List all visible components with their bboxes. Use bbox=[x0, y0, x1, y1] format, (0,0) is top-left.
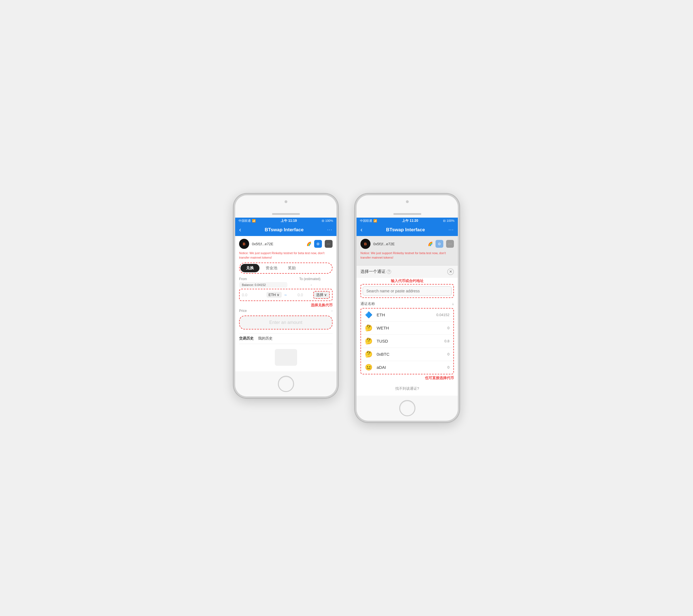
battery-left: 100% bbox=[325, 219, 333, 222]
modal-title: 选择一个通证 bbox=[360, 269, 385, 274]
time-right: 上午 11:20 bbox=[402, 218, 418, 223]
btswap-logo-left: B bbox=[239, 239, 249, 249]
notice-right: Notice: We just support Rinkeby testnet … bbox=[360, 251, 454, 260]
token-item-0xbtc[interactable]: 🤔 0xBTC 0 bbox=[361, 348, 453, 361]
btswap-logo-right: B bbox=[360, 239, 371, 249]
tab-row-left: 兑换 资金池 奖励 bbox=[239, 262, 333, 274]
balance-display: Balance: 0.04152 bbox=[239, 282, 288, 287]
annotation-search-label: 输入代币或合约地址 bbox=[357, 278, 458, 284]
token-search-input[interactable] bbox=[363, 286, 452, 296]
weth-name: WETH bbox=[377, 325, 448, 330]
gear-button-right: ⚙ bbox=[435, 240, 443, 248]
from-amount[interactable]: 0.0 bbox=[242, 293, 265, 297]
swap-input-row: 0.0 ETH ∨ → 0.0 选择 ∨ bbox=[239, 289, 333, 301]
adai-balance: 0 bbox=[448, 365, 450, 370]
speaker-bar bbox=[272, 213, 300, 215]
battery-icon-right: ⊟ bbox=[443, 219, 446, 223]
search-box-wrapper bbox=[360, 284, 454, 298]
carrier-right: 中国联通 bbox=[360, 219, 372, 223]
sort-icon[interactable]: ↓ bbox=[452, 302, 454, 306]
from-label: From bbox=[239, 277, 284, 281]
wifi-icon-left: 📶 bbox=[252, 219, 256, 223]
0xbtc-icon: 🤔 bbox=[365, 351, 374, 358]
history-tabs: 交易历史 我的历史 bbox=[239, 336, 333, 341]
price-row: Price - bbox=[239, 309, 333, 313]
home-button-left[interactable] bbox=[278, 376, 294, 392]
price-value: - bbox=[332, 309, 333, 313]
nav-title-left: BTswap Interface bbox=[265, 227, 304, 233]
balance-row: Balance: 0.04152 - bbox=[239, 282, 333, 287]
speaker-bar-right bbox=[393, 213, 421, 215]
0xbtc-balance: 0 bbox=[448, 352, 450, 356]
phone-bottom-right bbox=[357, 396, 458, 421]
chevron-down-icon-to: ∨ bbox=[324, 293, 327, 297]
token-item-weth[interactable]: 🤔 WETH 0 bbox=[361, 322, 453, 335]
tusd-icon: 🤔 bbox=[365, 338, 374, 345]
right-screen: 中国联通 📶 上午 11:20 ⊟ 100% ‹ BTswap Interfac… bbox=[357, 218, 458, 396]
history-tab-my[interactable]: 我的历史 bbox=[258, 336, 273, 341]
gear-button-left[interactable]: ⚙ bbox=[314, 240, 322, 248]
history-placeholder bbox=[239, 346, 333, 369]
eth-icon: 🔷 bbox=[365, 311, 374, 319]
status-bar-left: 中国联通 📶 上午 11:19 ⊟ 100% bbox=[235, 218, 336, 224]
tusd-balance: 0.8 bbox=[444, 339, 450, 343]
home-button-right[interactable] bbox=[399, 400, 415, 416]
weth-icon: 🤔 bbox=[365, 324, 374, 332]
wallet-address-left: 0x5f1f...e72E bbox=[252, 242, 304, 246]
more-button-right[interactable]: ··· bbox=[449, 227, 454, 232]
not-found-label: 找不到该通证? bbox=[357, 382, 458, 396]
tab-exchange[interactable]: 兑换 bbox=[240, 264, 259, 272]
time-left: 上午 11:19 bbox=[281, 218, 297, 223]
select-token-button[interactable]: 选择 ∨ bbox=[313, 291, 330, 299]
screen-content-left: B 0x5f1f...e72E 🌈 ⚙ ··· Notice: We just … bbox=[235, 236, 336, 371]
tab-pool[interactable]: 资金池 bbox=[261, 264, 282, 272]
tusd-name: TUSD bbox=[377, 339, 444, 343]
adai-name: aDAI bbox=[377, 365, 448, 370]
left-phone: 中国联通 📶 上午 11:19 ⊟ 100% ‹ BTswap Interfac… bbox=[234, 194, 338, 398]
to-amount-input[interactable]: 0.0 bbox=[289, 293, 312, 297]
0xbtc-name: 0xBTC bbox=[377, 352, 448, 357]
to-dash: - bbox=[290, 283, 333, 287]
token-item-adai[interactable]: 😐 aDAI 0 bbox=[361, 361, 453, 374]
arrow-right: → bbox=[283, 293, 288, 297]
token-select-modal: 选择一个通证 ? ✕ 输入代币或合约地址 通证名称 ↓ bbox=[357, 265, 458, 396]
help-icon[interactable]: ? bbox=[387, 270, 391, 274]
tab-reward[interactable]: 奖励 bbox=[283, 264, 300, 272]
history-tab-tx[interactable]: 交易历史 bbox=[239, 336, 254, 341]
annotation-select-label: 也可直接选择代币 bbox=[360, 376, 454, 380]
enter-amount-button[interactable]: Enter an amount bbox=[239, 316, 333, 330]
weth-balance: 0 bbox=[448, 326, 450, 330]
right-phone: 中国联通 📶 上午 11:20 ⊟ 100% ‹ BTswap Interfac… bbox=[355, 194, 459, 422]
from-to-labels: From To (estimated) bbox=[239, 277, 333, 281]
token-list-header: 通证名称 ↓ bbox=[357, 300, 458, 308]
back-button-left[interactable]: ‹ bbox=[239, 226, 241, 234]
chevron-down-icon-from: ∨ bbox=[277, 293, 280, 297]
carrier-left: 中国联通 bbox=[239, 219, 251, 223]
divider-left bbox=[239, 333, 333, 334]
menu-button-right: ··· bbox=[446, 240, 454, 248]
phone-top-left bbox=[235, 195, 336, 218]
battery-icon-left: ⊟ bbox=[322, 219, 324, 223]
modal-close-button[interactable]: ✕ bbox=[447, 269, 454, 275]
wallet-address-right: 0x5f1f...e72E bbox=[373, 242, 425, 246]
eth-token-select[interactable]: ETH ∨ bbox=[266, 292, 282, 298]
notice-left: Notice: We just support Rinkeby testnet … bbox=[239, 251, 333, 260]
scene: 中国联通 📶 上午 11:19 ⊟ 100% ‹ BTswap Interfac… bbox=[234, 194, 459, 422]
token-list-header-label: 通证名称 bbox=[360, 301, 375, 306]
more-button-left[interactable]: ··· bbox=[327, 227, 333, 232]
back-button-right[interactable]: ‹ bbox=[360, 226, 362, 234]
left-screen: 中国联通 📶 上午 11:19 ⊟ 100% ‹ BTswap Interfac… bbox=[235, 218, 336, 371]
modal-header: 选择一个通证 ? ✕ bbox=[357, 265, 458, 278]
phone-top-right bbox=[357, 195, 458, 218]
token-item-tusd[interactable]: 🤔 TUSD 0.8 bbox=[361, 335, 453, 348]
nav-bar-left: ‹ BTswap Interface ··· bbox=[235, 224, 336, 236]
price-label: Price bbox=[239, 309, 246, 313]
token-list-box: 🔷 ETH 0.04152 🤔 WETH 0 🤔 bbox=[360, 308, 454, 374]
nav-title-right: BTswap Interface bbox=[386, 227, 425, 233]
menu-button-left[interactable]: ··· bbox=[325, 240, 333, 248]
adai-icon: 😐 bbox=[365, 364, 374, 371]
nav-bar-right: ‹ BTswap Interface ··· bbox=[357, 224, 458, 236]
battery-right: 100% bbox=[447, 219, 454, 222]
token-item-eth[interactable]: 🔷 ETH 0.04152 bbox=[361, 309, 453, 322]
wifi-icon-right: 📶 bbox=[373, 219, 377, 223]
